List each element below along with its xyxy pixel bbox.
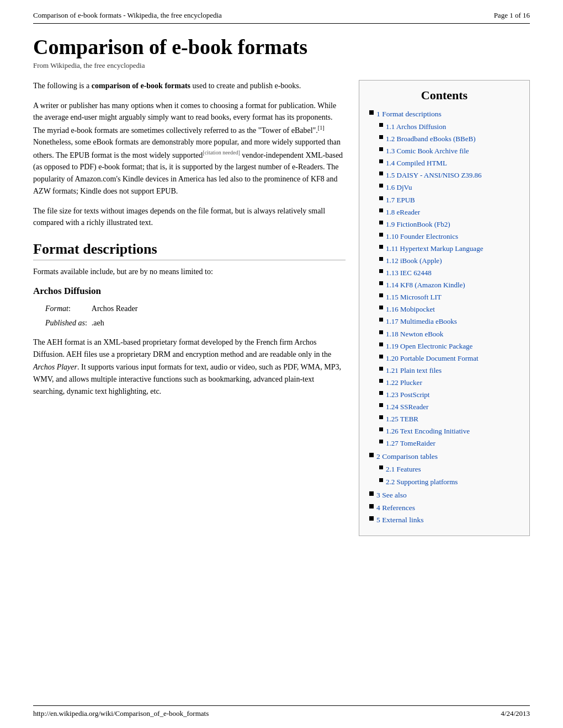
contents-subitem-1-16: 1.16 Mobipocket: [369, 303, 519, 315]
contents-subitem-1-17: 1.17 Multimedia eBooks: [369, 315, 519, 328]
published-value: .aeh: [92, 319, 104, 327]
bullet-icon: [379, 293, 383, 297]
page-header: Comparison of e-book formats - Wikipedia…: [33, 11, 530, 24]
contents-link-1-5[interactable]: 1.5 DAISY - ANSI/NISO Z39.86: [386, 169, 482, 181]
page-footer: http://en.wikipedia.org/wiki/Comparison_…: [33, 705, 530, 718]
contents-subitem-1-14: 1.14 KF8 (Amazon Kindle): [369, 279, 519, 291]
contents-subitem-1-23: 1.23 PostScript: [369, 389, 519, 401]
bullet-icon: [379, 318, 383, 322]
contents-link-1-11[interactable]: 1.11 Hypertext Markup Language: [386, 243, 483, 255]
contents-link-1-1[interactable]: 1.1 Archos Diffusion: [386, 121, 446, 133]
published-label: Published as: [45, 319, 85, 327]
bullet-icon: [379, 135, 383, 139]
bullet-icon: [369, 516, 374, 521]
contents-subitem-1-7: 1.7 EPUB: [369, 194, 519, 206]
page-title: Comparison of e-book formats: [33, 35, 530, 59]
contents-subitem-1-10: 1.10 Founder Electronics: [369, 231, 519, 243]
archos-title: Archos Diffusion: [33, 286, 346, 297]
contents-subitem-2-2: 2.2 Supporting platforms: [369, 476, 519, 488]
contents-subitem-1-21: 1.21 Plain text files: [369, 365, 519, 377]
contents-link-1-12[interactable]: 1.12 iBook (Apple): [386, 255, 442, 267]
contents-link-2-2[interactable]: 2.2 Supporting platforms: [386, 476, 458, 488]
bullet-icon: [379, 478, 383, 482]
intro-paragraph-1: The following is a 1 Format descriptions…: [33, 80, 346, 92]
header-pagenum: Page 1 of 16: [494, 11, 530, 20]
bullet-icon: [379, 269, 383, 273]
contents-subitem-1-26: 1.26 Text Encoding Initiative: [369, 425, 519, 437]
contents-link-1-7[interactable]: 1.7 EPUB: [386, 194, 415, 206]
bullet-icon: [379, 281, 383, 285]
bullet-icon: [379, 159, 383, 163]
contents-title: Contents: [369, 88, 519, 103]
contents-link-1-24[interactable]: 1.24 SSReader: [386, 401, 428, 413]
bullet-icon: [379, 391, 383, 395]
contents-link-2[interactable]: 2 Comparison tables: [376, 451, 438, 463]
header-title: Comparison of e-book formats - Wikipedia…: [33, 11, 222, 20]
contents-box: Contents 1 Format descriptions 1.1 Archo…: [359, 80, 530, 536]
contents-subitem-1-4: 1.4 Compiled HTML: [369, 157, 519, 169]
bold-comparison-text: comparison of e-book formats: [92, 82, 190, 90]
contents-link-1-14[interactable]: 1.14 KF8 (Amazon Kindle): [386, 279, 465, 291]
contents-link-1-9[interactable]: 1.9 FictionBook (Fb2): [386, 218, 450, 231]
contents-link-1-23[interactable]: 1.23 PostScript: [386, 389, 429, 401]
subtitle: From Wikipedia, the free encyclopedia: [33, 61, 530, 70]
contents-link-3[interactable]: 3 See also: [376, 489, 407, 502]
contents-link-1-3[interactable]: 1.3 Comic Book Archive file: [386, 145, 469, 157]
contents-subitem-1-27: 1.27 TomeRaider: [369, 437, 519, 449]
format-descriptions-title: Format descriptions: [33, 241, 346, 260]
vendor-text: vendor-independent XML-based (as opposed…: [33, 151, 343, 195]
contents-link-1-20[interactable]: 1.20 Portable Document Format: [386, 352, 479, 365]
intro-paragraph-3: The file size for texts without images d…: [33, 205, 346, 229]
archos-format-table: Format: Archos Reader Published as: .aeh: [44, 301, 142, 331]
contents-link-1-25[interactable]: 1.25 TEBR: [386, 413, 418, 425]
contents-item-4: 4 References: [369, 502, 519, 515]
contents-link-1-16[interactable]: 1.16 Mobipocket: [386, 303, 435, 315]
contents-link-5[interactable]: 5 External links: [376, 514, 423, 527]
contents-list: 1 Format descriptions 1.1 Archos Diffusi…: [369, 108, 519, 527]
contents-link-1-15[interactable]: 1.15 Microsoft LIT: [386, 291, 442, 303]
bullet-icon: [379, 465, 383, 469]
bullet-icon: [379, 257, 383, 261]
bullet-icon: [379, 342, 383, 346]
contents-link-1-26[interactable]: 1.26 Text Encoding Initiative: [386, 425, 470, 437]
contents-subitem-1-5: 1.5 DAISY - ANSI/NISO Z39.86: [369, 169, 519, 181]
footer-date: 4/24/2013: [501, 709, 530, 718]
bullet-icon: [379, 427, 383, 431]
bullet-icon: [369, 110, 374, 115]
bullet-icon: [379, 233, 383, 237]
contents-link-1-19[interactable]: 1.19 Open Electronic Package: [386, 340, 472, 352]
contents-link-4[interactable]: 4 References: [376, 502, 415, 515]
format-descriptions-intro: Formats available include, but are by no…: [33, 266, 346, 278]
contents-link-1-6[interactable]: 1.6 DjVu: [386, 181, 412, 194]
bullet-icon: [379, 403, 383, 407]
page-wrapper: Comparison of e-book formats - Wikipedia…: [0, 0, 563, 728]
contents-subitem-1-6: 1.6 DjVu: [369, 181, 519, 194]
contents-link-1-22[interactable]: 1.22 Plucker: [386, 377, 422, 389]
contents-link-1-13[interactable]: 1.13 IEC 62448: [386, 267, 432, 279]
contents-subitem-1-25: 1.25 TEBR: [369, 413, 519, 425]
bullet-icon: [379, 245, 383, 249]
contents-link-1-27[interactable]: 1.27 TomeRaider: [386, 437, 435, 449]
contents-link-2-1[interactable]: 2.1 Features: [386, 463, 421, 475]
bullet-icon: [369, 453, 374, 457]
contents-link-1-4[interactable]: 1.4 Compiled HTML: [386, 157, 447, 169]
bullet-icon: [379, 306, 383, 309]
contents-subitem-1-18: 1.18 Newton eBook: [369, 328, 519, 340]
contents-link-1[interactable]: 1 Format descriptions: [376, 108, 442, 121]
contents-link-1-21[interactable]: 1.21 Plain text files: [386, 365, 442, 377]
bullet-icon: [379, 379, 383, 383]
contents-link-1-17[interactable]: 1.17 Multimedia eBooks: [386, 315, 457, 328]
citation-needed: [citation needed]: [203, 149, 240, 156]
contents-subitem-1-15: 1.15 Microsoft LIT: [369, 291, 519, 303]
contents-link-1-8[interactable]: 1.8 eReader: [386, 206, 420, 218]
contents-link-1-2[interactable]: 1.2 Broadband eBooks (BBeB): [386, 133, 475, 145]
contents-link-1-18[interactable]: 1.18 Newton eBook: [386, 328, 443, 340]
bullet-icon: [379, 367, 383, 371]
contents-subitem-1-11: 1.11 Hypertext Markup Language: [369, 243, 519, 255]
bullet-icon: [379, 147, 383, 151]
contents-subitem-1-24: 1.24 SSReader: [369, 401, 519, 413]
left-column: The following is a 1 Format descriptions…: [33, 80, 346, 404]
bullet-icon: [379, 415, 383, 419]
contents-link-1-10[interactable]: 1.10 Founder Electronics: [386, 231, 458, 243]
contents-subitem-1-19: 1.19 Open Electronic Package: [369, 340, 519, 352]
